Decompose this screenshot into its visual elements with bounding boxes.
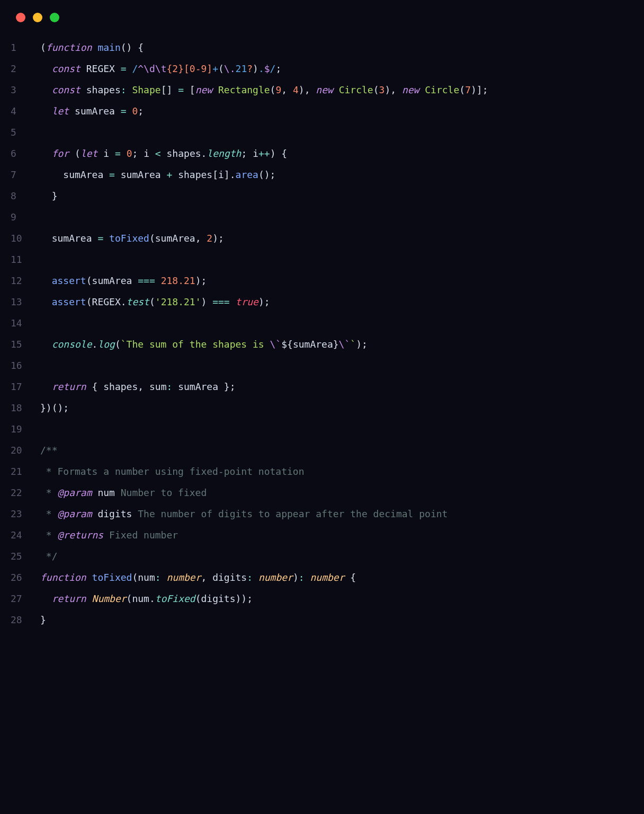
line-number: 11 [11, 249, 28, 270]
code-line: return { shapes, sum: sumArea }; [40, 376, 633, 397]
code-line [40, 249, 633, 270]
line-number: 12 [11, 270, 28, 291]
code-line: /** [40, 440, 633, 461]
code-content[interactable]: (function main() { const REGEX = /^\d\t{… [40, 37, 633, 631]
line-number: 8 [11, 185, 28, 207]
line-number: 5 [11, 122, 28, 143]
code-line: assert(sumArea === 218.21); [40, 270, 633, 291]
line-number: 24 [11, 525, 28, 546]
code-line: sumArea = toFixed(sumArea, 2); [40, 228, 633, 249]
line-number: 14 [11, 313, 28, 334]
line-number: 19 [11, 419, 28, 440]
code-line: let sumArea = 0; [40, 101, 633, 122]
line-number: 15 [11, 334, 28, 355]
line-number: 13 [11, 291, 28, 313]
code-line [40, 122, 633, 143]
line-number: 21 [11, 461, 28, 482]
line-number: 28 [11, 609, 28, 631]
code-line: * Formats a number using fixed-point not… [40, 461, 633, 482]
code-line: function toFixed(num: number, digits: nu… [40, 567, 633, 588]
line-number: 6 [11, 143, 28, 164]
code-line [40, 207, 633, 228]
code-line: console.log(`The sum of the shapes is \`… [40, 334, 633, 355]
code-line: })(); [40, 397, 633, 419]
code-line: * @returns Fixed number [40, 525, 633, 546]
code-line [40, 313, 633, 334]
line-number: 20 [11, 440, 28, 461]
code-line: } [40, 185, 633, 207]
code-line: */ [40, 546, 633, 567]
code-line [40, 355, 633, 376]
close-icon[interactable] [16, 13, 25, 22]
line-number: 9 [11, 207, 28, 228]
line-number: 22 [11, 482, 28, 503]
line-number: 3 [11, 79, 28, 101]
editor-window: 1234567891011121314151617181920212223242… [0, 0, 644, 641]
line-number: 2 [11, 58, 28, 79]
window-controls [16, 13, 633, 22]
line-number: 10 [11, 228, 28, 249]
line-number: 23 [11, 503, 28, 525]
line-number: 18 [11, 397, 28, 419]
code-line: assert(REGEX.test('218.21') === true); [40, 291, 633, 313]
minimize-icon[interactable] [33, 13, 42, 22]
code-line [40, 419, 633, 440]
line-number: 1 [11, 37, 28, 58]
line-number: 25 [11, 546, 28, 567]
line-number: 16 [11, 355, 28, 376]
code-line: const REGEX = /^\d\t{2}[0-9]+(\.21?).$/; [40, 58, 633, 79]
line-number-gutter: 1234567891011121314151617181920212223242… [11, 37, 40, 631]
line-number: 4 [11, 101, 28, 122]
code-line: return Number(num.toFixed(digits)); [40, 588, 633, 609]
code-line: const shapes: Shape[] = [new Rectangle(9… [40, 79, 633, 101]
code-line: for (let i = 0; i < shapes.length; i++) … [40, 143, 633, 164]
line-number: 27 [11, 588, 28, 609]
code-line: * @param digits The number of digits to … [40, 503, 633, 525]
code-line: } [40, 609, 633, 631]
code-line: sumArea = sumArea + shapes[i].area(); [40, 164, 633, 185]
code-line: * @param num Number to fixed [40, 482, 633, 503]
code-line: (function main() { [40, 37, 633, 58]
line-number: 7 [11, 164, 28, 185]
line-number: 26 [11, 567, 28, 588]
maximize-icon[interactable] [50, 13, 59, 22]
line-number: 17 [11, 376, 28, 397]
code-editor[interactable]: 1234567891011121314151617181920212223242… [11, 37, 633, 631]
